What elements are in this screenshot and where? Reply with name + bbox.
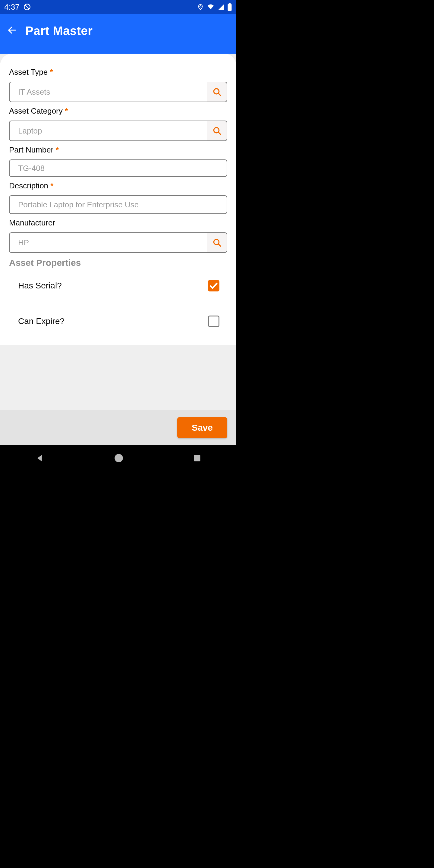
circle-home-icon	[114, 454, 123, 463]
input-part-number-wrap	[9, 159, 227, 177]
svg-point-11	[115, 454, 123, 462]
do-not-disturb-icon	[23, 3, 31, 11]
asset-category-input[interactable]	[10, 121, 207, 141]
manufacturer-search-button[interactable]	[207, 233, 227, 252]
status-bar: 4:37	[0, 0, 236, 14]
search-icon	[212, 238, 222, 247]
section-asset-properties: Asset Properties	[9, 258, 227, 268]
asset-type-search-button[interactable]	[207, 82, 227, 101]
asset-category-search-button[interactable]	[207, 121, 227, 141]
label-description: Description	[9, 181, 48, 190]
app-header: Part Master	[0, 14, 236, 54]
input-asset-category-wrap	[9, 121, 227, 141]
manufacturer-input[interactable]	[10, 233, 207, 252]
label-asset-type: Asset Type	[9, 67, 48, 76]
label-manufacturer: Manufacturer	[9, 218, 55, 227]
nav-home-button[interactable]	[114, 454, 123, 464]
checkbox-has-serial[interactable]	[208, 280, 219, 291]
search-icon	[212, 126, 222, 135]
svg-line-8	[218, 132, 221, 134]
checkbox-can-expire[interactable]	[208, 315, 219, 327]
check-icon	[209, 281, 218, 290]
form-card: Asset Type * Asset Category *	[0, 54, 236, 345]
system-nav-bar	[0, 445, 236, 472]
svg-line-6	[218, 93, 221, 96]
save-button[interactable]: Save	[177, 417, 227, 438]
triangle-back-icon	[35, 453, 44, 463]
label-can-expire: Can Expire?	[18, 316, 64, 326]
svg-rect-3	[229, 3, 231, 4]
field-asset-category: Asset Category *	[9, 106, 227, 141]
input-description-wrap	[9, 195, 227, 214]
nav-back-button[interactable]	[35, 453, 44, 464]
page-title: Part Master	[25, 24, 93, 38]
search-icon	[212, 87, 222, 97]
label-has-serial: Has Serial?	[18, 281, 62, 290]
svg-rect-12	[194, 455, 200, 461]
required-marker: *	[50, 67, 53, 76]
field-part-number: Part Number *	[9, 145, 227, 177]
status-time: 4:37	[4, 2, 20, 12]
asset-type-input[interactable]	[10, 82, 207, 101]
field-manufacturer: Manufacturer	[9, 218, 227, 253]
input-asset-type-wrap	[9, 82, 227, 102]
wifi-icon	[206, 3, 215, 10]
square-recents-icon	[193, 454, 201, 462]
back-button[interactable]	[6, 24, 18, 36]
prop-has-serial: Has Serial?	[9, 268, 227, 304]
description-input[interactable]	[10, 196, 227, 213]
arrow-left-icon	[7, 25, 17, 35]
label-part-number: Part Number	[9, 145, 53, 154]
field-asset-type: Asset Type *	[9, 67, 227, 102]
required-marker: *	[50, 181, 53, 190]
location-icon	[197, 3, 204, 11]
battery-icon	[227, 3, 232, 11]
part-number-input[interactable]	[10, 160, 227, 176]
svg-point-1	[200, 6, 201, 7]
input-manufacturer-wrap	[9, 232, 227, 253]
required-marker: *	[56, 145, 59, 154]
label-asset-category: Asset Category	[9, 106, 63, 116]
nav-recents-button[interactable]	[193, 454, 201, 464]
required-marker: *	[65, 106, 68, 116]
content-area: Asset Type * Asset Category *	[0, 54, 236, 445]
svg-line-10	[218, 244, 221, 246]
footer-bar: Save	[0, 410, 236, 445]
svg-rect-2	[228, 4, 232, 11]
signal-icon	[218, 3, 225, 10]
prop-can-expire: Can Expire?	[9, 304, 227, 339]
field-description: Description *	[9, 181, 227, 214]
